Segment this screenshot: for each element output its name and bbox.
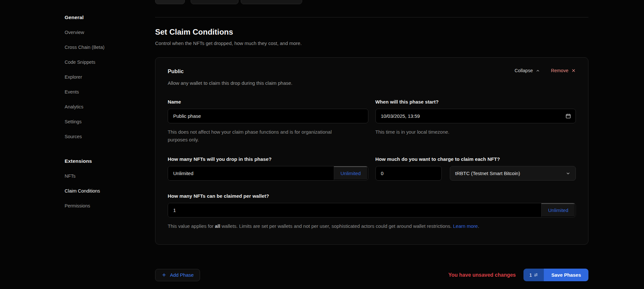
per-wallet-field-label: How many NFTs can be claimed per wallet?	[168, 193, 576, 199]
remove-label: Remove	[551, 68, 568, 73]
phase-name-input[interactable]	[168, 109, 368, 123]
contract-address-label: 0xcDcC...00c9	[204, 0, 233, 0]
sidebar-item-settings[interactable]: Settings	[65, 118, 132, 125]
name-field-label: Name	[168, 99, 368, 105]
sidebar-item-explorer[interactable]: Explorer	[65, 74, 132, 80]
page-title: Set Claim Conditions	[155, 27, 588, 37]
contract-address-button[interactable]: 0xcDcC...00c9	[191, 0, 238, 4]
calendar-icon[interactable]	[565, 113, 571, 119]
per-wallet-helper-bold: all	[215, 223, 220, 229]
chevron-up-icon	[536, 69, 540, 73]
phases-footer: Add Phase You have unsaved changes 1 Sav…	[155, 269, 588, 281]
contract-toolbar: 0xcDcC...00c9 Rootstock Blockscout	[155, 0, 302, 4]
per-wallet-helper: This value applies for all wallets. Limi…	[168, 222, 576, 230]
phase-start-value: 10/03/2025, 13:59	[381, 113, 566, 119]
contract-sidebar: General Overview Cross Chain (Beta) Code…	[65, 14, 132, 217]
supply-input-group: Unlimited	[168, 166, 368, 181]
phase-count-value: 1	[529, 272, 532, 278]
name-field-helper: This does not affect how your claim phas…	[168, 128, 350, 144]
collapse-button[interactable]: Collapse	[515, 68, 540, 73]
phase-actions: Collapse Remove	[515, 67, 576, 73]
price-inputs-row: tRBTC (Testnet Smart Bitcoin)	[375, 166, 576, 181]
phase-description: Allow any wallet to claim this drop duri…	[168, 80, 292, 86]
claim-phase-card: Public Allow any wallet to claim this dr…	[155, 57, 588, 245]
close-icon	[571, 68, 576, 73]
sidebar-item-analytics[interactable]: Analytics	[65, 104, 132, 110]
price-field-label: How much do you want to charge to claim …	[375, 156, 576, 162]
price-field-group: How much do you want to charge to claim …	[375, 156, 576, 181]
add-phase-button[interactable]: Add Phase	[155, 269, 200, 281]
toolbar-tab-button[interactable]	[155, 0, 185, 4]
plus-icon	[162, 272, 166, 277]
add-phase-label: Add Phase	[170, 272, 194, 278]
claim-conditions-page: 0xcDcC...00c9 Rootstock Blockscout Gener…	[0, 0, 644, 289]
start-field-group: When will this phase start? 10/03/2025, …	[375, 99, 576, 144]
sidebar-item-overview[interactable]: Overview	[65, 29, 132, 36]
sidebar-section-general: General	[65, 14, 132, 21]
explorer-label: Rootstock Blockscout	[246, 0, 290, 0]
sidebar-item-permissions[interactable]: Permissions	[65, 203, 132, 209]
block-explorer-button[interactable]: Rootstock Blockscout	[241, 0, 302, 4]
save-phases-button[interactable]: Save Phases	[544, 269, 588, 281]
form-row-2: How many NFTs will you drop in this phas…	[168, 156, 576, 181]
remove-button[interactable]: Remove	[551, 68, 576, 73]
per-wallet-helper-suffix: wallets. Limits are set per wallets and …	[220, 223, 453, 229]
currency-select-value: tRBTC (Testnet Smart Bitcoin)	[455, 171, 520, 176]
currency-select[interactable]: tRBTC (Testnet Smart Bitcoin)	[450, 166, 576, 181]
supply-unlimited-button[interactable]: Unlimited	[334, 166, 368, 180]
save-split-button: 1 Save Phases	[523, 269, 588, 281]
main-content: Set Claim Conditions Control when the NF…	[155, 27, 588, 245]
supply-input[interactable]	[168, 166, 334, 180]
per-wallet-unlimited-button[interactable]: Unlimited	[541, 203, 575, 217]
header-divider	[155, 17, 588, 17]
per-wallet-field-group: How many NFTs can be claimed per wallet?…	[168, 193, 576, 230]
sidebar-item-code-snippets[interactable]: Code Snippets	[65, 59, 132, 65]
unsaved-changes-message: You have unsaved changes	[449, 272, 516, 278]
swap-arrows-icon	[534, 273, 538, 277]
chevron-down-icon	[566, 171, 570, 176]
per-wallet-input[interactable]	[168, 203, 541, 217]
sidebar-item-sources[interactable]: Sources	[65, 133, 132, 140]
sidebar-item-events[interactable]: Events	[65, 89, 132, 95]
learn-more-link[interactable]: Learn more	[453, 223, 478, 229]
sidebar-item-claim-conditions[interactable]: Claim Conditions	[65, 188, 132, 194]
phase-start-datetime-input[interactable]: 10/03/2025, 13:59	[375, 109, 576, 123]
per-wallet-helper-period: .	[478, 223, 479, 229]
sidebar-item-nfts[interactable]: NFTs	[65, 173, 132, 179]
start-field-helper: This time is in your local timezone.	[375, 128, 576, 136]
supply-field-group: How many NFTs will you drop in this phas…	[168, 156, 368, 181]
form-row-1: Name This does not affect how your claim…	[168, 99, 576, 144]
price-amount-input[interactable]	[375, 166, 442, 181]
sidebar-section-extensions: Extensions	[65, 157, 132, 165]
per-wallet-input-group: Unlimited	[168, 203, 576, 217]
page-subtitle: Control when the NFTs get dropped, how m…	[155, 40, 588, 47]
supply-field-label: How many NFTs will you drop in this phas…	[168, 156, 368, 162]
collapse-label: Collapse	[515, 68, 533, 73]
phase-card-header: Public Allow any wallet to claim this dr…	[168, 67, 576, 86]
phase-count-button[interactable]: 1	[523, 269, 544, 281]
per-wallet-helper-prefix: This value applies for	[168, 223, 215, 229]
name-field-group: Name This does not affect how your claim…	[168, 99, 368, 144]
footer-right-group: You have unsaved changes 1 Save Phases	[449, 269, 588, 281]
start-field-label: When will this phase start?	[375, 99, 576, 105]
sidebar-item-cross-chain[interactable]: Cross Chain (Beta)	[65, 44, 132, 50]
phase-title: Public	[168, 67, 292, 75]
